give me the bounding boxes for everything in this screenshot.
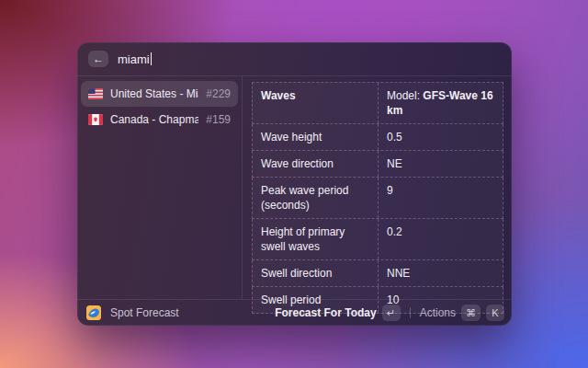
- table-row-label: Wave direction: [253, 151, 378, 177]
- table-row: Wave direction NE: [252, 151, 503, 178]
- footer-divider: [410, 307, 411, 318]
- spot-forecast-app-icon: [86, 305, 101, 320]
- search-query-text: miami: [118, 52, 150, 66]
- result-badge: #159: [206, 113, 231, 126]
- table-row-label: Peak wave period (seconds): [253, 178, 378, 218]
- main-area: United States - Miami Be... #229 Canada …: [77, 76, 512, 299]
- return-key-icon: ↵: [382, 305, 401, 321]
- result-badge: #229: [206, 87, 231, 100]
- table-header-label: Waves: [253, 83, 378, 123]
- list-item[interactable]: Canada - Chapman Bay,... #159: [81, 107, 238, 132]
- table-row: Peak wave period (seconds) 9: [252, 178, 503, 219]
- list-item[interactable]: United States - Miami Be... #229: [81, 81, 238, 107]
- result-label: Canada - Chapman Bay,...: [110, 113, 198, 126]
- waves-table: Waves Model: GFS-Wave 16 km Wave height …: [252, 82, 503, 314]
- table-header-row: Waves Model: GFS-Wave 16 km: [252, 82, 503, 124]
- table-row-value: NE: [378, 151, 503, 177]
- table-row: Swell direction NNE: [252, 260, 503, 287]
- table-row: Height of primary swell waves 0.2: [252, 219, 503, 260]
- forecast-for-today-button[interactable]: Forecast For Today ↵: [275, 305, 400, 321]
- detail-panel: Waves Model: GFS-Wave 16 km Wave height …: [242, 76, 512, 299]
- command-key-icon: ⌘: [461, 305, 481, 321]
- search-bar: ← miami: [77, 42, 512, 76]
- arrow-left-icon: ←: [93, 53, 104, 64]
- k-key: K: [486, 305, 504, 321]
- app-name: Spot Forecast: [110, 306, 267, 319]
- table-row-value: 9: [378, 178, 503, 218]
- result-label: United States - Miami Be...: [110, 87, 198, 100]
- table-row-value: 0.5: [378, 124, 503, 150]
- table-row-label: Wave height: [253, 124, 378, 150]
- model-prefix: Model:: [387, 89, 423, 102]
- table-row-label: Swell direction: [253, 260, 378, 286]
- back-button[interactable]: ←: [88, 51, 108, 67]
- actions-label: Actions: [420, 306, 456, 319]
- table-row-label: Height of primary swell waves: [253, 219, 378, 259]
- ca-flag-icon: [88, 114, 103, 125]
- actions-button[interactable]: Actions ⌘ K: [420, 305, 504, 321]
- table-row: Wave height 0.5: [252, 124, 503, 151]
- footer-bar: Spot Forecast Forecast For Today ↵ Actio…: [77, 299, 512, 326]
- search-input[interactable]: miami: [118, 52, 501, 66]
- text-caret: [151, 52, 152, 65]
- primary-action-label: Forecast For Today: [275, 306, 376, 319]
- table-header-value: Model: GFS-Wave 16 km: [378, 83, 503, 123]
- table-row-value: 0.2: [378, 219, 503, 259]
- desktop-background: ← miami United States - Miami Be... #229…: [0, 0, 588, 368]
- us-flag-icon: [88, 88, 103, 99]
- launcher-window: ← miami United States - Miami Be... #229…: [77, 42, 512, 326]
- table-row-value: NNE: [378, 260, 503, 286]
- results-list: United States - Miami Be... #229 Canada …: [77, 76, 242, 299]
